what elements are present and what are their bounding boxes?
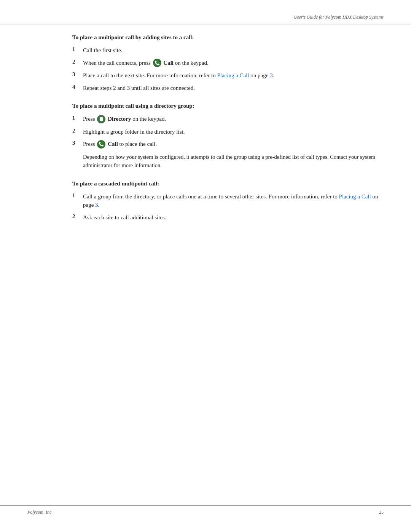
section-cascaded-multipoint: To place a cascaded multipoint call: 1 C… [72,181,384,222]
section-multipoint-adding-sites: To place a multipoint call by adding sit… [72,34,384,92]
step-number: 4 [72,84,83,90]
note-paragraph: Depending on how your system is configur… [72,153,384,170]
step-number: 2 [72,213,83,220]
step-content: Ask each site to call additional sites. [83,213,384,222]
placing-a-call-link-1[interactable]: Placing a Call [217,72,249,78]
step-number: 1 [72,46,83,53]
step-item: 4 Repeat steps 2 and 3 until all sites a… [72,84,384,93]
step-number: 3 [72,71,83,78]
step-content: Call a group from the directory, or plac… [83,192,384,209]
footer-company: Polycom, Inc. [27,510,53,515]
step-content: Press Call to place the call. [83,140,384,149]
step-content: Repeat steps 2 and 3 until all sites are… [83,84,384,93]
step-list-1: 1 Call the first site. 2 When the call c… [72,46,384,92]
section-multipoint-directory-group: To place a multipoint call using a direc… [72,103,384,170]
step-number: 2 [72,59,83,65]
step-number: 1 [72,115,83,121]
footer-page-number: 25 [379,510,384,515]
step-item: 2 When the call connects, press Call on … [72,59,384,68]
step-content: When the call connects, press Call on th… [83,59,384,68]
page-header: User's Guide for Polycom HDX Desktop Sys… [0,14,411,24]
step-list-2: 1 Press Directory on the keypad. 2 Highl… [72,115,384,149]
step-item: 1 Call a group from the directory, or pl… [72,192,384,209]
header-title: User's Guide for Polycom HDX Desktop Sys… [294,14,384,20]
page-link-1[interactable]: 3 [270,72,273,78]
main-content: To place a multipoint call by adding sit… [72,34,384,502]
step-item: 2 Highlight a group folder in the direct… [72,128,384,136]
section-heading-1: To place a multipoint call by adding sit… [72,34,384,41]
call-icon-2 [97,140,105,149]
page-footer: Polycom, Inc. 25 [0,505,411,515]
placing-a-call-link-2[interactable]: Placing a Call [339,193,371,200]
step-item: 1 Call the first site. [72,46,384,55]
directory-icon [97,115,105,123]
step-number: 2 [72,128,83,134]
step-item: 3 Place a call to the next site. For mor… [72,71,384,80]
step-content: Call the first site. [83,46,384,55]
step-number: 1 [72,192,83,199]
call-icon [153,59,161,67]
section-heading-3: To place a cascaded multipoint call: [72,181,384,187]
step-item: 3 Press Call to place the call. [72,140,384,149]
step-content: Highlight a group folder in the director… [83,128,384,136]
step-item: 1 Press Directory on the keypad. [72,115,384,124]
step-content: Press Directory on the keypad. [83,115,384,124]
step-number: 3 [72,140,83,146]
step-list-3: 1 Call a group from the directory, or pl… [72,192,384,222]
page-container: User's Guide for Polycom HDX Desktop Sys… [0,0,411,532]
step-item: 2 Ask each site to call additional sites… [72,213,384,222]
page-link-2[interactable]: 3 [95,202,98,208]
section-heading-2: To place a multipoint call using a direc… [72,103,384,109]
step-content: Place a call to the next site. For more … [83,71,384,80]
